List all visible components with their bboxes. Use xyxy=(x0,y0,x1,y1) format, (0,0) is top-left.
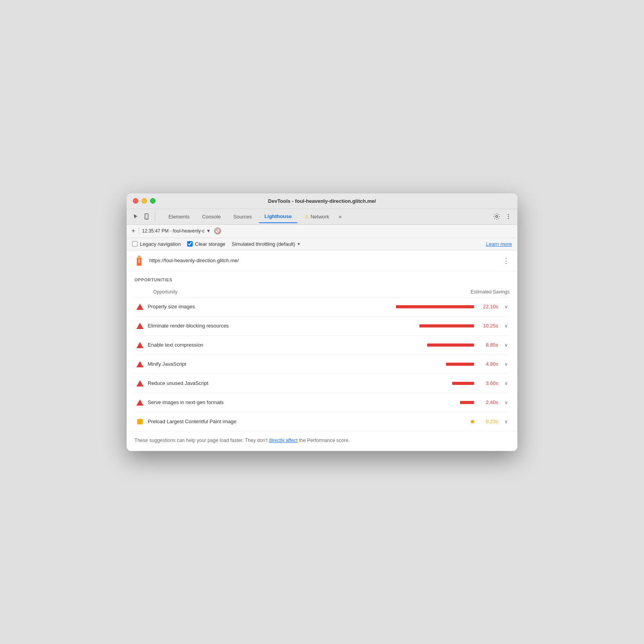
expand-icon[interactable]: ∨ xyxy=(504,400,508,405)
expand-icon[interactable]: ∨ xyxy=(504,381,508,386)
svg-point-1 xyxy=(146,218,147,219)
table-row: Serve images in next-gen formats 2.40s ∨ xyxy=(134,393,510,412)
savings-value: 3.60s xyxy=(478,380,498,386)
footer-text-before: These suggestions can help your page loa… xyxy=(134,438,269,443)
legacy-navigation-label: Legacy navigation xyxy=(140,241,181,247)
footer-note: These suggestions can help your page loa… xyxy=(127,431,517,451)
expand-icon[interactable]: ∨ xyxy=(504,342,508,348)
expand-icon[interactable]: ∨ xyxy=(504,323,508,329)
savings-value: 4.80s xyxy=(478,361,498,367)
green-traffic-light[interactable] xyxy=(150,198,156,204)
savings-bar xyxy=(419,324,474,327)
tab-sources[interactable]: Sources xyxy=(228,211,258,223)
legacy-navigation-checkbox[interactable] xyxy=(132,241,138,247)
svg-point-2 xyxy=(496,216,498,218)
clear-storage-group: Clear storage xyxy=(187,241,225,247)
tab-toolbar-icons xyxy=(131,212,157,221)
add-session-button[interactable]: + xyxy=(131,227,136,234)
table-header: Opportunity Estimated Savings xyxy=(134,287,510,297)
bar-fill xyxy=(460,401,474,404)
mobile-icon[interactable] xyxy=(142,212,151,221)
savings-bar xyxy=(460,401,474,404)
clear-storage-checkbox[interactable] xyxy=(187,241,193,247)
table-row: Minify JavaScript 4.80s ∨ xyxy=(134,355,510,374)
tab-lighthouse[interactable]: Lighthouse xyxy=(259,210,297,223)
session-bar: + 12:35:47 PM - foul-heavenly-c ▼ 🚫 xyxy=(127,225,517,238)
warning-icon: ⚠ xyxy=(304,214,309,220)
savings-bar xyxy=(446,363,474,366)
options-bar: Legacy navigation Clear storage Simulate… xyxy=(127,238,517,250)
throttling-dropdown[interactable]: Simulated throttling (default) ▼ xyxy=(232,241,301,247)
no-entry-icon[interactable]: 🚫 xyxy=(214,227,221,234)
savings-value: 8.85s xyxy=(478,342,498,348)
learn-more-link[interactable]: Learn more xyxy=(486,241,512,247)
savings-value: 0.23s xyxy=(478,419,498,424)
expand-icon[interactable]: ∨ xyxy=(504,304,508,309)
opportunity-name: Enable text compression xyxy=(148,342,423,348)
opportunity-name: Properly size images xyxy=(148,304,392,309)
clear-storage-label: Clear storage xyxy=(195,241,225,247)
bar-fill xyxy=(427,343,474,347)
savings-value: 22.10s xyxy=(478,304,498,309)
svg-point-5 xyxy=(508,218,509,219)
savings-bar xyxy=(452,382,474,385)
savings-bar xyxy=(427,343,474,347)
opportunity-name: Minify JavaScript xyxy=(148,361,442,367)
yellow-square-icon xyxy=(136,418,144,426)
more-url-options-icon[interactable]: ⋮ xyxy=(501,255,511,267)
tab-bar: Elements Console Sources Lighthouse ⚠ Ne… xyxy=(127,209,517,225)
lighthouse-logo xyxy=(133,254,145,267)
bar-fill xyxy=(396,305,474,308)
more-tabs-button[interactable]: » xyxy=(336,212,344,221)
red-triangle-icon xyxy=(136,341,144,349)
expand-icon[interactable]: ∨ xyxy=(504,361,508,367)
directly-affect-link[interactable]: directly affect xyxy=(269,438,297,443)
red-triangle-icon xyxy=(136,399,144,406)
opportunity-name: Serve images in next-gen formats xyxy=(148,399,456,405)
table-row: Reduce unused JavaScript 3.60s ∨ xyxy=(134,374,510,393)
svg-rect-9 xyxy=(137,265,141,266)
bar-fill xyxy=(446,363,474,366)
tab-elements[interactable]: Elements xyxy=(163,211,195,223)
yellow-traffic-light[interactable] xyxy=(141,198,147,204)
settings-icon[interactable] xyxy=(492,212,501,221)
svg-rect-10 xyxy=(138,259,140,263)
svg-rect-8 xyxy=(138,257,141,258)
session-divider xyxy=(139,227,139,235)
tab-console[interactable]: Console xyxy=(197,211,226,223)
savings-bar xyxy=(471,420,474,423)
throttling-chevron-icon: ▼ xyxy=(297,242,301,246)
red-traffic-light[interactable] xyxy=(133,198,138,204)
session-time: 12:35:47 PM - foul-heavenly-c xyxy=(142,228,205,234)
legacy-navigation-group: Legacy navigation xyxy=(132,241,181,247)
tab-network[interactable]: ⚠ Network xyxy=(299,211,335,223)
column-opportunity: Opportunity xyxy=(153,289,177,295)
more-options-icon[interactable] xyxy=(504,212,513,221)
tab-settings-area xyxy=(492,212,513,221)
opportunities-section: OPPORTUNITIES Opportunity Estimated Savi… xyxy=(127,271,517,431)
section-title: OPPORTUNITIES xyxy=(134,277,510,282)
bar-fill xyxy=(452,382,474,385)
title-bar: DevTools - foul-heavenly-direction.glitc… xyxy=(127,193,517,209)
expand-icon[interactable]: ∨ xyxy=(504,419,508,424)
svg-point-3 xyxy=(508,214,509,215)
table-row: Eliminate render-blocking resources 10.2… xyxy=(134,317,510,336)
main-content: https://foul-heavenly-direction.glitch.m… xyxy=(127,250,517,451)
table-row: Enable text compression 8.85s ∨ xyxy=(134,336,510,355)
session-dropdown-button[interactable]: ▼ xyxy=(206,228,211,234)
savings-value: 2.40s xyxy=(478,399,498,405)
svg-point-4 xyxy=(508,216,509,217)
red-triangle-icon xyxy=(136,379,144,387)
bar-fill xyxy=(419,324,474,327)
url-display: https://foul-heavenly-direction.glitch.m… xyxy=(149,258,497,263)
red-triangle-icon xyxy=(136,303,144,311)
opportunity-name: Reduce unused JavaScript xyxy=(148,380,448,386)
red-triangle-icon xyxy=(136,360,144,368)
cursor-icon[interactable] xyxy=(131,212,140,221)
footer-text-after: the Performance score. xyxy=(297,438,349,443)
opportunity-name: Eliminate render-blocking resources xyxy=(148,323,415,329)
red-triangle-icon xyxy=(136,322,144,330)
savings-value: 10.25s xyxy=(478,323,498,329)
opportunity-name: Preload Largest Contentful Paint image xyxy=(148,419,467,424)
session-info: 12:35:47 PM - foul-heavenly-c ▼ xyxy=(142,228,211,234)
